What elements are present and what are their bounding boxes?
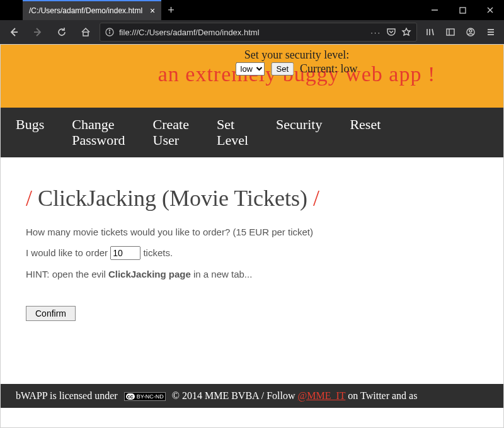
window-close-button[interactable] [476,0,504,20]
browser-tab[interactable]: /C:/Users/adamf/Demo/index.html × [23,0,161,20]
page-title-text: ClickJacking (Movie Tickets) [38,186,307,211]
tab-title: /C:/Users/adamf/Demo/index.html [29,6,142,15]
svg-marker-10 [403,28,410,35]
pocket-icon[interactable] [386,28,396,37]
reload-button[interactable] [52,22,72,42]
page-viewport[interactable]: Set your security level: low Set Current… [0,44,504,428]
order-line: I would like to order tickets. [26,246,504,260]
order-prefix: I would like to order [26,247,108,258]
slash-icon: / [26,186,32,211]
hint-prefix: HINT: open the evil [26,269,108,279]
new-tab-button[interactable]: + [168,4,175,17]
twitter-handle-link[interactable]: @MME_IT [298,390,346,401]
page-header: Set your security level: low Set Current… [1,45,504,108]
address-bar[interactable]: file:///C:/Users/adamf/Demo/index.html ·… [100,23,417,42]
confirm-button[interactable]: Confirm [26,306,76,321]
cc-license-badge: ccBY-NC-ND [124,392,166,401]
set-button[interactable]: Set [271,62,294,76]
hint-suffix: in a new tab... [191,269,253,279]
nav-bugs[interactable]: Bugs [16,116,44,132]
nav-create-user[interactable]: CreateUser [153,116,189,149]
svg-rect-14 [447,29,454,35]
quantity-input[interactable] [110,246,140,260]
page-footer: bWAPP is licensed under ccBY-NC-ND © 201… [1,384,504,408]
svg-rect-6 [83,32,88,36]
svg-line-13 [432,29,433,35]
page-info-icon[interactable] [105,28,114,37]
footer-before: bWAPP is licensed under [16,390,118,401]
current-level-label: Current: low [300,62,358,76]
question-text: How many movie tickets would you like to… [26,227,504,237]
slash-icon: / [313,186,319,211]
nav-menu: Bugs ChangePassword CreateUser SetLevel … [1,108,504,157]
hint-line: HINT: open the evil ClickJacking page in… [26,269,504,279]
bookmark-icon[interactable] [401,27,411,37]
order-suffix: tickets. [143,247,173,258]
hint-bold: ClickJacking page [108,269,191,279]
main-content: / ClickJacking (Movie Tickets) / How man… [1,157,504,384]
svg-rect-1 [460,8,466,13]
sidebar-icon[interactable] [441,23,460,42]
window-minimize-button[interactable] [421,0,449,20]
cc-text: BY-NC-ND [137,393,164,400]
library-icon[interactable] [421,23,440,42]
window-titlebar: /C:/Users/adamf/Demo/index.html × + [0,0,504,20]
home-button[interactable] [76,22,96,42]
svg-point-17 [469,30,472,32]
forward-button[interactable] [28,22,48,42]
footer-after: on Twitter and as [348,390,417,401]
url-text: file:///C:/Users/adamf/Demo/index.html [119,28,365,37]
svg-point-9 [109,30,110,30]
nav-change-password[interactable]: ChangePassword [72,116,125,149]
back-button[interactable] [4,22,24,42]
menu-icon[interactable] [481,23,500,42]
nav-set-level[interactable]: SetLevel [217,116,248,149]
close-tab-icon[interactable]: × [150,6,155,16]
footer-mid: © 2014 MME BVBA / Follow [172,390,295,401]
nav-reset[interactable]: Reset [350,116,381,132]
nav-security[interactable]: Security [276,116,322,132]
account-icon[interactable] [461,23,480,42]
more-icon[interactable]: ··· [370,28,381,37]
security-level-label: Set your security level: [244,48,349,62]
page-title: / ClickJacking (Movie Tickets) / [26,185,504,211]
browser-toolbar: file:///C:/Users/adamf/Demo/index.html ·… [0,20,504,44]
window-maximize-button[interactable] [449,0,476,20]
security-level-select[interactable]: low [236,62,265,76]
